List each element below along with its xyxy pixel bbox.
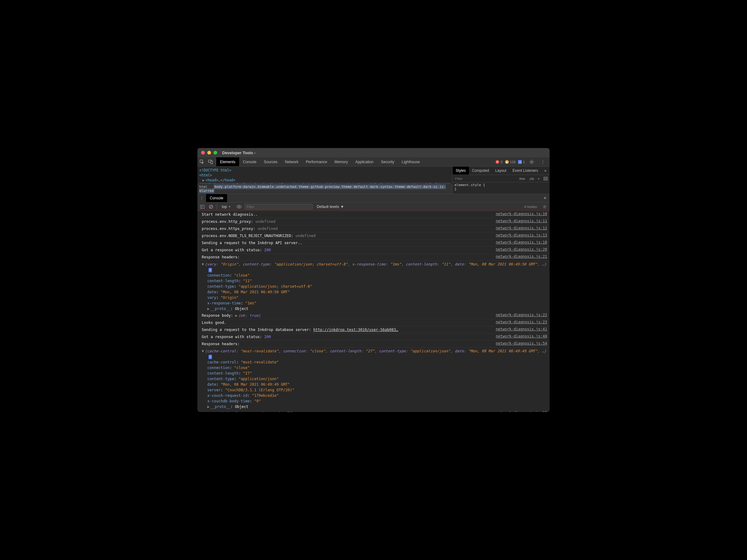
console-row[interactable]: Response body: ▶ {ok: true}network-diagn… xyxy=(198,312,549,319)
console-settings-icon[interactable] xyxy=(542,205,548,209)
issues-badge[interactable]: ❏1 xyxy=(518,160,525,164)
source-link[interactable]: network-diagnosis.js:41 xyxy=(493,327,547,333)
zoom-window-button[interactable] xyxy=(213,151,217,155)
console-output[interactable]: Start network diagnosis..network-diagnos… xyxy=(198,211,549,412)
console-object[interactable]: ▼ {vary: "Origin", content-type: "applic… xyxy=(198,261,549,312)
info-badge-icon[interactable]: i xyxy=(208,355,212,359)
expand-arrow-icon[interactable]: ▶ xyxy=(207,306,210,311)
tab-lighthouse[interactable]: Lighthouse xyxy=(398,157,423,166)
issues-count: 1 xyxy=(523,160,525,164)
console-row[interactable]: Start network diagnosis..network-diagnos… xyxy=(198,211,549,218)
source-link[interactable]: network-diagnosis.js:11 xyxy=(493,219,547,224)
source-link[interactable]: network-diagnosis.js:20 xyxy=(493,247,547,253)
tab-elements[interactable]: Elements xyxy=(216,157,239,166)
console-object[interactable]: ▼ {cache-control: "must-revalidate", con… xyxy=(198,348,549,410)
source-link[interactable]: network-diagnosis.js:18 xyxy=(493,240,547,246)
tab-security[interactable]: Security xyxy=(377,157,398,166)
console-row[interactable]: Response headers:network-diagnosis.js:21 xyxy=(198,254,549,261)
console-row[interactable]: process.env.NODE_TLS_REJECT_UNAUTHORIZED… xyxy=(198,232,549,239)
log-levels-selector[interactable]: Default levels ▼ xyxy=(317,205,344,209)
warnings-badge[interactable]: ▲115 xyxy=(505,160,516,164)
source-link[interactable]: network-diagnosis.js:23 xyxy=(493,320,547,326)
console-row[interactable]: Got a response with status: 200network-d… xyxy=(198,247,549,254)
minimize-window-button[interactable] xyxy=(207,151,211,155)
source-link[interactable]: network-diagnosis.js:21 xyxy=(493,254,547,260)
source-link[interactable]: network-diagnosis.js:12 xyxy=(493,226,547,231)
expand-arrow-icon[interactable]: ▼ xyxy=(202,261,205,267)
styles-tab-styles[interactable]: Styles xyxy=(453,167,469,175)
styles-tab-computed[interactable]: Computed xyxy=(469,167,492,175)
dom-tree[interactable]: <!DOCTYPE html> <html> ▶<head>…</head> ⋯… xyxy=(198,167,452,194)
source-link[interactable]: network-diagnosis.js:22 xyxy=(493,313,547,318)
console-sidebar-icon[interactable] xyxy=(199,205,205,209)
main-tabs: ElementsConsoleSourcesNetworkPerformance… xyxy=(216,157,423,166)
tab-application[interactable]: Application xyxy=(352,157,377,166)
chevron-down-icon: ▼ xyxy=(228,205,231,208)
console-row[interactable]: Looks good.network-diagnosis.js:23 xyxy=(198,319,549,326)
expand-arrow-icon[interactable]: ▶ xyxy=(202,178,205,182)
close-window-button[interactable] xyxy=(201,151,205,155)
breadcrumb-selected[interactable]: body.platform-darwin.dimmable.undetached… xyxy=(199,184,446,193)
console-row[interactable]: process.env.http_proxy: undefinednetwork… xyxy=(198,218,549,225)
svg-rect-4 xyxy=(544,177,547,180)
svg-point-11 xyxy=(238,206,240,207)
drawer-menu-icon[interactable]: ⋮ xyxy=(198,196,206,200)
svg-line-9 xyxy=(210,205,212,208)
styles-body[interactable]: element.style { } xyxy=(453,182,549,192)
new-style-rule-icon[interactable]: + xyxy=(536,177,542,180)
style-rule[interactable]: } xyxy=(455,187,548,191)
styles-tab-listeners[interactable]: Event Listeners xyxy=(510,167,541,175)
styles-tabs: Styles Computed Layout Event Listeners » xyxy=(453,167,549,175)
more-tabs-icon[interactable]: » xyxy=(541,167,549,175)
tab-memory[interactable]: Memory xyxy=(331,157,352,166)
console-row[interactable]: Got a response with status: 200network-d… xyxy=(198,333,549,340)
dom-line[interactable]: <!DOCTYPE html> xyxy=(199,168,450,173)
live-expression-icon[interactable] xyxy=(236,205,242,209)
source-link[interactable]: network-diagnosis.js:55 xyxy=(493,411,547,412)
source-link[interactable]: network-diagnosis.js:10 xyxy=(493,212,547,217)
expand-arrow-icon[interactable]: ▶ xyxy=(207,404,210,409)
svg-rect-2 xyxy=(211,161,212,164)
style-rule[interactable]: element.style { xyxy=(455,183,548,187)
console-row[interactable]: Sending a request to the Inkdrop databas… xyxy=(198,326,549,333)
source-link[interactable]: network-diagnosis.js:48 xyxy=(493,334,547,340)
clear-console-icon[interactable] xyxy=(208,205,214,209)
window-title: Developer Tools - xyxy=(222,151,256,155)
info-badge-icon[interactable]: i xyxy=(208,268,212,272)
cls-toggle[interactable]: .cls xyxy=(527,177,536,180)
expand-arrow-icon[interactable]: ▼ xyxy=(202,348,205,354)
styles-tab-layout[interactable]: Layout xyxy=(492,167,510,175)
tab-console[interactable]: Console xyxy=(239,157,260,166)
console-row[interactable]: Response headers:network-diagnosis.js:54 xyxy=(198,340,549,348)
drawer-tab-console[interactable]: Console xyxy=(206,194,227,202)
hover-toggle[interactable]: :hov xyxy=(517,177,527,180)
source-link[interactable]: network-diagnosis.js:54 xyxy=(493,341,547,347)
dom-line[interactable]: <html> xyxy=(199,173,450,178)
styles-filter-input[interactable] xyxy=(453,177,517,180)
tab-network[interactable]: Network xyxy=(281,157,302,166)
url-link[interactable]: http://inkdrop.test:3010/user-56ab083… xyxy=(313,328,398,332)
console-toolbar: top▼ Default levels ▼ 4 hidden xyxy=(198,202,549,211)
drawer-close-icon[interactable]: ✕ xyxy=(540,196,549,200)
device-toolbar-icon[interactable] xyxy=(206,157,215,166)
inspect-element-icon[interactable] xyxy=(198,157,206,166)
svg-point-3 xyxy=(531,161,532,162)
titlebar: Developer Tools - xyxy=(198,148,549,157)
hidden-count[interactable]: 4 hidden xyxy=(524,205,539,209)
tab-performance[interactable]: Performance xyxy=(302,157,331,166)
breadcrumbs[interactable]: html body.platform-darwin.dimmable.undet… xyxy=(198,184,452,194)
box-model-icon[interactable] xyxy=(542,177,549,180)
context-selector[interactable]: top▼ xyxy=(220,205,234,209)
console-row[interactable]: process.env.https_proxy: undefinednetwor… xyxy=(198,225,549,232)
console-filter-input[interactable] xyxy=(245,204,313,209)
settings-icon[interactable] xyxy=(527,159,536,164)
tab-sources[interactable]: Sources xyxy=(260,157,281,166)
expand-arrow-icon[interactable]: ▶ xyxy=(235,313,238,318)
dom-line[interactable]: ▶<head>…</head> xyxy=(199,178,450,183)
console-row[interactable]: Response body: {"status":"ok","seeds":{}… xyxy=(198,410,549,412)
errors-count: 2 xyxy=(500,160,502,164)
more-menu-icon[interactable]: ⋮ xyxy=(539,160,547,164)
errors-badge[interactable]: ✕2 xyxy=(495,160,502,164)
console-row[interactable]: Sending a request to the Inkdrop API ser… xyxy=(198,239,549,247)
source-link[interactable]: network-diagnosis.js:13 xyxy=(493,233,547,238)
